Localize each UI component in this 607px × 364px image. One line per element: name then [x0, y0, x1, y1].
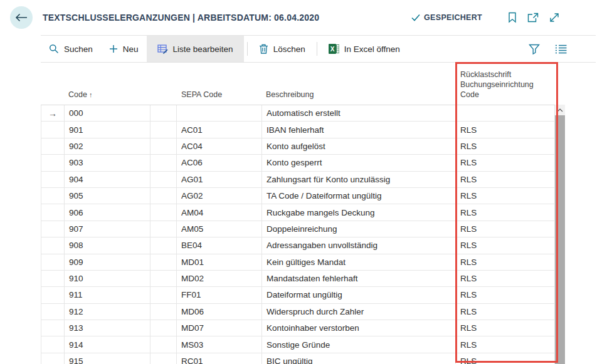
row-selector-cell[interactable]: [41, 188, 65, 204]
cell-rls[interactable]: RLS: [456, 122, 555, 138]
cell-code[interactable]: 910: [65, 271, 150, 287]
cell-sepa-code[interactable]: AC06: [177, 155, 262, 171]
cell-code[interactable]: 914: [65, 336, 150, 353]
cell-code[interactable]: 901: [65, 122, 150, 138]
bookmark-button[interactable]: [508, 12, 517, 23]
cell-rls[interactable]: RLS: [456, 271, 555, 287]
row-selector-cell[interactable]: [41, 204, 65, 221]
table-row[interactable]: 907 AM05 Doppeleinreichung RLS: [41, 221, 555, 237]
cell-sepa-code[interactable]: [177, 105, 262, 122]
cell-rls[interactable]: [456, 105, 555, 122]
cell-description[interactable]: Kontoinhaber verstorben: [262, 320, 456, 336]
cell-description[interactable]: Konto aufgelöst: [262, 138, 456, 155]
cell-sepa-code[interactable]: AM04: [177, 204, 262, 221]
cell-sepa-code[interactable]: BE04: [177, 237, 262, 254]
new-button[interactable]: Neu: [101, 36, 147, 62]
table-row[interactable]: 914 MS03 Sonstige Gründe RLS: [41, 336, 555, 353]
cell-description[interactable]: Adressangaben unvollständig: [262, 237, 456, 254]
column-header-sepa-code[interactable]: SEPA Code: [181, 90, 222, 99]
row-selector-cell[interactable]: →: [41, 105, 65, 122]
cell-rls[interactable]: RLS: [456, 237, 555, 254]
cell-sepa-code[interactable]: MS03: [177, 336, 262, 353]
cell-description[interactable]: Sonstige Gründe: [262, 336, 456, 353]
cell-description[interactable]: Widerspruch durch Zahler: [262, 304, 456, 320]
cell-description[interactable]: IBAN fehlerhaft: [262, 122, 456, 138]
row-selector-cell[interactable]: [41, 304, 65, 320]
cell-code[interactable]: 904: [65, 172, 150, 188]
cell-sepa-code[interactable]: MD06: [177, 304, 262, 320]
cell-rls[interactable]: RLS: [456, 320, 555, 336]
scrollbar-up-button[interactable]: [555, 105, 565, 115]
expand-icon[interactable]: [549, 13, 559, 23]
cell-sepa-code[interactable]: MD02: [177, 271, 262, 287]
cell-sepa-code[interactable]: MD01: [177, 254, 262, 271]
cell-rls[interactable]: RLS: [456, 304, 555, 320]
back-button[interactable]: [10, 6, 33, 29]
row-selector-cell[interactable]: [41, 221, 65, 237]
cell-code[interactable]: 908: [65, 237, 150, 254]
cell-code[interactable]: 907: [65, 221, 150, 237]
row-selector-cell[interactable]: [41, 287, 65, 303]
cell-rls[interactable]: RLS: [456, 221, 555, 237]
cell-sepa-code[interactable]: AC04: [177, 138, 262, 155]
cell-code[interactable]: 909: [65, 254, 150, 271]
table-row[interactable]: 911 FF01 Dateiformat ungültig RLS: [41, 287, 555, 303]
column-header-code[interactable]: Code↑: [68, 90, 92, 99]
cell-description[interactable]: Dateiformat ungültig: [262, 287, 456, 303]
table-row[interactable]: 904 AG01 Zahlungsart für Konto unzulässi…: [41, 172, 555, 188]
table-row[interactable]: → 000 Automatisch erstellt: [41, 105, 555, 122]
cell-sepa-code[interactable]: AG02: [177, 188, 262, 204]
vertical-scrollbar[interactable]: [555, 105, 565, 364]
edit-list-button[interactable]: Liste bearbeiten: [147, 36, 244, 62]
open-in-excel-button[interactable]: X In Excel öffnen: [320, 36, 408, 62]
table-row[interactable]: 915 RC01 BIC ungültig RLS: [41, 353, 555, 364]
cell-code[interactable]: 911: [65, 287, 150, 303]
delete-button[interactable]: Löschen: [251, 36, 314, 62]
row-selector-cell[interactable]: [41, 138, 65, 155]
scrollbar-thumb[interactable]: [555, 115, 565, 364]
table-row[interactable]: 910 MD02 Mandatsdaten fehlerhaft RLS: [41, 271, 555, 287]
table-row[interactable]: 912 MD06 Widerspruch durch Zahler RLS: [41, 304, 555, 320]
cell-rls[interactable]: RLS: [456, 155, 555, 171]
cell-rls[interactable]: RLS: [456, 188, 555, 204]
table-row[interactable]: 913 MD07 Kontoinhaber verstorben RLS: [41, 320, 555, 336]
cell-description[interactable]: Doppeleinreichung: [262, 221, 456, 237]
cell-rls[interactable]: RLS: [456, 336, 555, 353]
cell-rls[interactable]: RLS: [456, 287, 555, 303]
row-selector-cell[interactable]: [41, 353, 65, 364]
cell-sepa-code[interactable]: RC01: [177, 353, 262, 364]
cell-description[interactable]: Automatisch erstellt: [262, 105, 456, 122]
row-selector-cell[interactable]: [41, 155, 65, 171]
cell-code[interactable]: 906: [65, 204, 150, 221]
cell-rls[interactable]: RLS: [456, 138, 555, 155]
column-header-description[interactable]: Beschreibung: [266, 90, 314, 99]
cell-code[interactable]: 915: [65, 353, 150, 364]
table-row[interactable]: 903 AC06 Konto gesperrt RLS: [41, 155, 555, 171]
cell-rls[interactable]: RLS: [456, 254, 555, 271]
table-row[interactable]: 902 AC04 Konto aufgelöst RLS: [41, 138, 555, 155]
cell-rls[interactable]: RLS: [456, 353, 555, 364]
search-button[interactable]: Suchen: [41, 36, 101, 62]
cell-sepa-code[interactable]: FF01: [177, 287, 262, 303]
cell-code[interactable]: 913: [65, 320, 150, 336]
list-options-icon[interactable]: [555, 44, 567, 54]
row-selector-cell[interactable]: [41, 122, 65, 138]
cell-description[interactable]: BIC ungültig: [262, 353, 456, 364]
cell-code[interactable]: 905: [65, 188, 150, 204]
cell-description[interactable]: TA Code / Dateiformat ungültig: [262, 188, 456, 204]
cell-code[interactable]: 912: [65, 304, 150, 320]
cell-code[interactable]: 902: [65, 138, 150, 155]
row-selector-cell[interactable]: [41, 336, 65, 353]
cell-description[interactable]: Zahlungsart für Konto unzulässig: [262, 172, 456, 188]
cell-sepa-code[interactable]: MD07: [177, 320, 262, 336]
row-selector-cell[interactable]: [41, 320, 65, 336]
cell-code[interactable]: 000: [65, 105, 150, 122]
column-header-rls[interactable]: Rücklastschrift Buchungseinrichtung Code: [460, 70, 553, 100]
cell-description[interactable]: Konto gesperrt: [262, 155, 456, 171]
table-row[interactable]: 906 AM04 Ruckgabe mangels Deckung RLS: [41, 204, 555, 221]
cell-description[interactable]: Ruckgabe mangels Deckung: [262, 204, 456, 221]
open-in-window-icon[interactable]: [527, 13, 539, 23]
row-selector-cell[interactable]: [41, 237, 65, 254]
table-row[interactable]: 901 AC01 IBAN fehlerhaft RLS: [41, 122, 555, 138]
cell-description[interactable]: Kein gültiges Mandat: [262, 254, 456, 271]
